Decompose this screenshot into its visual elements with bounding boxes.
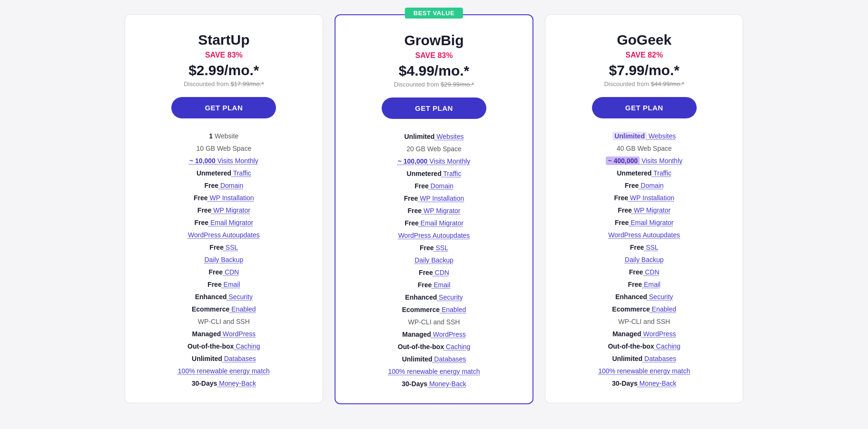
feature-item: Free Email Migrator [349,217,520,229]
feature-item: Free WP Installation [559,192,730,204]
feature-item: Ecommerce Enabled [559,303,730,315]
feature-item: Unlimited Databases [138,352,309,365]
plan-name: StartUp [138,32,309,48]
feature-item: Managed WordPress [559,328,730,340]
feature-item: Daily Backup [138,254,309,266]
feature-item: Free CDN [559,266,730,278]
original-price: Discounted from $17.99/mo.* [138,80,309,88]
get-plan-button[interactable]: GET PLAN [592,97,697,118]
feature-item: Free CDN [138,266,309,278]
get-plan-button[interactable]: GET PLAN [382,98,486,119]
plan-card-gogeek: GoGeek SAVE 82% $7.99/mo.* Discounted fr… [545,14,743,403]
feature-item: Daily Backup [349,254,520,266]
feature-item: Free SSL [559,241,730,254]
feature-item: 1 Website [138,130,309,142]
save-badge: SAVE 82% [559,51,730,59]
plan-price: $4.99/mo.* [349,63,520,79]
feature-item: Free Email [349,279,520,291]
features-list: Unlimited Websites40 GB Web Space~ 400,0… [559,130,730,390]
feature-item: WordPress Autoupdates [349,229,520,242]
feature-item: Enhanced Security [349,291,520,303]
save-badge: SAVE 83% [138,51,309,59]
feature-item: 30-Days Money-Back [559,377,730,390]
feature-item: Unmetered Traffic [559,167,730,179]
feature-item: Free Email [138,278,309,291]
feature-item: ~ 10,000 Visits Monthly [138,155,309,167]
feature-item: Unlimited Websites [559,130,730,142]
feature-item: Free Email [559,278,730,291]
feature-item: Free WP Migrator [349,205,520,217]
feature-item: Unmetered Traffic [138,167,309,179]
feature-item: Free Email Migrator [559,216,730,229]
get-plan-button[interactable]: GET PLAN [171,97,276,118]
plan-name: GoGeek [559,32,730,48]
best-value-badge: BEST VALUE [405,8,463,19]
feature-item: Unlimited Websites [349,130,520,143]
feature-item: 40 GB Web Space [559,142,730,155]
feature-item: Free Domain [138,179,309,192]
feature-item: Enhanced Security [138,291,309,303]
features-list: 1 Website10 GB Web Space~ 10,000 Visits … [138,130,309,390]
original-price: Discounted from $44.99/mo.* [559,80,730,88]
features-list: Unlimited Websites20 GB Web Space~ 100,0… [349,130,520,390]
pricing-container: StartUp SAVE 83% $2.99/mo.* Discounted f… [125,14,743,404]
feature-item: 100% renewable energy match [349,365,520,378]
feature-item: ~ 100,000 Visits Monthly [349,155,520,167]
feature-item: Free Email Migrator [138,216,309,229]
feature-item: 10 GB Web Space [138,142,309,155]
feature-item: WP-CLI and SSH [559,315,730,328]
feature-item: Ecommerce Enabled [349,303,520,316]
feature-item: 30-Days Money-Back [349,378,520,390]
plan-price: $7.99/mo.* [559,62,730,78]
plan-card-growbig: BEST VALUE GrowBig SAVE 83% $4.99/mo.* D… [335,14,534,404]
feature-item: Out-of-the-box Caching [559,340,730,352]
feature-item: WordPress Autoupdates [138,229,309,241]
feature-item: Ecommerce Enabled [138,303,309,315]
plan-name: GrowBig [349,32,520,49]
feature-item: Managed WordPress [138,328,309,340]
feature-item: 100% renewable energy match [559,365,730,377]
feature-item: Enhanced Security [559,291,730,303]
feature-item: Out-of-the-box Caching [349,341,520,353]
feature-item: 30-Days Money-Back [138,377,309,390]
feature-item: Free WP Migrator [559,204,730,216]
feature-item: Free WP Installation [349,192,520,205]
feature-item: Free CDN [349,266,520,279]
plan-price: $2.99/mo.* [138,62,309,78]
feature-item: WP-CLI and SSH [349,316,520,328]
feature-item: 100% renewable energy match [138,365,309,377]
feature-item: ~ 400,000 Visits Monthly [559,155,730,167]
feature-item: Free WP Installation [138,192,309,204]
feature-item: Daily Backup [559,254,730,266]
feature-item: Free SSL [349,242,520,254]
feature-item: Free Domain [559,179,730,192]
feature-item: Unlimited Databases [349,353,520,365]
save-badge: SAVE 83% [349,51,520,60]
feature-item: Free WP Migrator [138,204,309,216]
feature-item: Free SSL [138,241,309,254]
feature-item: Out-of-the-box Caching [138,340,309,352]
feature-item: Managed WordPress [349,328,520,341]
original-price: Discounted from $29.99/mo.* [349,81,520,88]
plan-card-startup: StartUp SAVE 83% $2.99/mo.* Discounted f… [125,14,323,403]
feature-item: Unlimited Databases [559,352,730,365]
feature-item: Unmetered Traffic [349,167,520,180]
feature-item: 20 GB Web Space [349,143,520,155]
feature-item: WordPress Autoupdates [559,229,730,241]
feature-item: WP-CLI and SSH [138,315,309,328]
feature-item: Free Domain [349,180,520,192]
